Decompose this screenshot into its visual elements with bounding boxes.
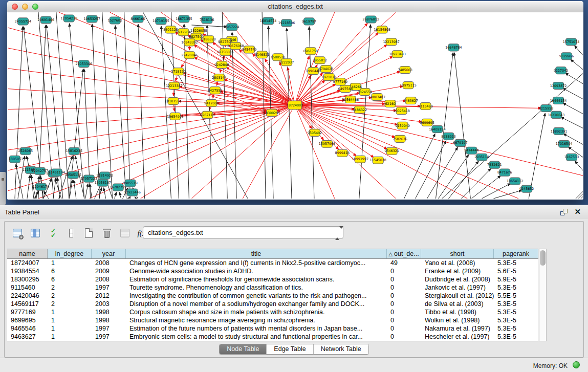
table-cell-pagerank[interactable]: 5.3E-5: [494, 259, 538, 267]
table-row[interactable]: 946362711997Embryonic stem cells: a mode…: [7, 333, 538, 341]
row-height-icon[interactable]: [66, 228, 77, 239]
close-panel-icon[interactable]: ✕: [574, 207, 581, 216]
table-cell-out_degree[interactable]: 0: [387, 324, 421, 333]
table-cell-out_degree[interactable]: 0: [387, 308, 421, 316]
graph-edge[interactable]: [439, 155, 469, 199]
graph-edge[interactable]: [27, 175, 30, 199]
table-cell-short[interactable]: Yano et al. (2008): [421, 259, 494, 267]
graph-edge[interactable]: [461, 168, 491, 199]
window-resize-grip[interactable]: [581, 196, 583, 199]
graph-edge[interactable]: [110, 12, 295, 105]
graph-edge[interactable]: [59, 12, 295, 105]
table-cell-short[interactable]: Stergiakouli et al. (2012): [421, 292, 494, 300]
column-header-short[interactable]: short: [421, 249, 494, 258]
table-cell-pagerank[interactable]: 5.6E-5: [494, 267, 538, 275]
table-cell-title[interactable]: Changes of HCN gene expression and I(f) …: [126, 259, 387, 267]
table-cell-name[interactable]: 9463627: [7, 333, 48, 341]
graph-edge[interactable]: [8, 105, 295, 191]
graph-edge[interactable]: [287, 28, 292, 199]
graph-edge[interactable]: [129, 197, 130, 199]
table-cell-short[interactable]: Tibbo et al. (1998): [421, 308, 494, 316]
table-cell-year[interactable]: 2009: [92, 267, 126, 275]
graph-edge[interactable]: [404, 134, 435, 199]
graph-edge[interactable]: [232, 32, 236, 199]
graph-edge[interactable]: [575, 161, 583, 170]
table-cell-in_degree[interactable]: 1: [48, 333, 92, 341]
table-cell-in_degree[interactable]: 6: [48, 275, 92, 283]
memory-status-indicator[interactable]: [573, 361, 580, 368]
table-cell-short[interactable]: Franke et al. (2009): [421, 267, 494, 275]
graph-edge[interactable]: [191, 105, 295, 199]
table-cell-title[interactable]: Estimation of significance thresholds fo…: [126, 275, 387, 283]
graph-edge[interactable]: [8, 48, 295, 105]
table-cell-pagerank[interactable]: 5.3E-5: [494, 300, 538, 308]
table-cell-short[interactable]: Dudbridge et al. (2008): [421, 275, 494, 283]
table-cell-name[interactable]: 9465546: [7, 324, 48, 333]
table-row[interactable]: 969969511998Structural magnetic resonanc…: [7, 316, 538, 324]
table-cell-in_degree[interactable]: 1: [48, 316, 92, 324]
table-cell-in_degree[interactable]: 6: [48, 267, 92, 275]
table-cell-short[interactable]: Hescheler et al. (1997): [421, 333, 494, 341]
graph-edge[interactable]: [295, 23, 367, 105]
table-row[interactable]: 1456911722003Disruption of a novel membe…: [7, 300, 538, 308]
table-scrollbar[interactable]: [539, 249, 547, 341]
table-cell-name[interactable]: 9115460: [7, 283, 48, 292]
delete-table-icon[interactable]: [119, 228, 130, 239]
table-row[interactable]: 2242004622012Investigating the contribut…: [7, 292, 538, 300]
graph-edge[interactable]: [102, 12, 113, 199]
new-column-icon[interactable]: [83, 228, 95, 239]
table-cell-name[interactable]: 19384554: [7, 267, 48, 275]
table-source-dropdown[interactable]: citations_edges.txt: [143, 226, 343, 239]
table-row[interactable]: 946554611997Estimation of the future num…: [7, 324, 538, 333]
tab-edge-table[interactable]: Edge Table: [267, 344, 313, 354]
table-cell-out_degree[interactable]: 49: [387, 259, 421, 267]
graph-edge[interactable]: [454, 53, 471, 199]
graph-edge[interactable]: [565, 73, 583, 84]
graph-edge[interactable]: [184, 24, 189, 199]
graph-edge[interactable]: [295, 56, 309, 105]
graph-edge[interactable]: [191, 25, 227, 27]
column-header-in_degree[interactable]: in_degree: [48, 249, 92, 258]
table-cell-out_degree[interactable]: 0: [387, 267, 421, 275]
table-cell-name[interactable]: 9699695: [7, 316, 48, 324]
column-header-out_degree[interactable]: △out_de...: [387, 249, 421, 258]
graph-edge[interactable]: [575, 46, 583, 55]
table-cell-in_degree[interactable]: 1: [48, 324, 92, 333]
table-cell-title[interactable]: Tourette syndrome. Phenomenology and cla…: [126, 283, 387, 292]
table-row[interactable]: 1872400712008Changes of HCN gene express…: [7, 259, 538, 267]
graph-edge[interactable]: [8, 28, 295, 105]
graph-edge[interactable]: [141, 105, 295, 199]
table-cell-year[interactable]: 1997: [92, 333, 126, 341]
graph-edge[interactable]: [161, 26, 171, 199]
table-cell-out_degree[interactable]: 0: [387, 316, 421, 324]
graph-edge[interactable]: [295, 105, 387, 149]
table-cell-year[interactable]: 1997: [92, 324, 126, 333]
table-cell-name[interactable]: 22420046: [7, 292, 48, 300]
table-cell-name[interactable]: 9777169: [7, 308, 48, 316]
table-cell-out_degree[interactable]: 0: [387, 275, 421, 283]
network-view-window[interactable]: citations_edges.txt 18724007240557242069…: [7, 1, 583, 200]
table-cell-short[interactable]: Jankovic et al. (1997): [421, 283, 494, 292]
graph-edge[interactable]: [8, 105, 295, 150]
table-cell-year[interactable]: 1998: [92, 316, 126, 324]
table-cell-out_degree[interactable]: 0: [387, 283, 421, 292]
graph-edge[interactable]: [55, 179, 61, 199]
table-row[interactable]: 977716911998Corpus callosum shape and si…: [7, 308, 538, 316]
table-settings-icon[interactable]: [12, 228, 23, 239]
float-panel-icon[interactable]: [560, 209, 568, 215]
window-titlebar[interactable]: citations_edges.txt: [7, 1, 583, 12]
graph-edge[interactable]: [115, 192, 117, 199]
table-scrollbar-thumb[interactable]: [540, 250, 546, 266]
table-row[interactable]: 1830029562008Estimation of significance …: [7, 275, 538, 283]
table-cell-pagerank[interactable]: 5.3E-5: [494, 333, 538, 341]
graph-edge[interactable]: [482, 184, 510, 199]
graph-edge[interactable]: [8, 69, 295, 105]
graph-edge[interactable]: [563, 88, 583, 99]
graph-edge[interactable]: [183, 73, 295, 105]
table-cell-short[interactable]: Wolkin et al. (1998): [421, 316, 494, 324]
column-header-name[interactable]: name: [7, 249, 48, 258]
graph-edge[interactable]: [171, 12, 179, 199]
table-cell-in_degree[interactable]: 2: [48, 300, 92, 308]
graph-edge[interactable]: [85, 184, 88, 199]
table-cell-title[interactable]: Investigating the contribution of common…: [126, 292, 387, 300]
